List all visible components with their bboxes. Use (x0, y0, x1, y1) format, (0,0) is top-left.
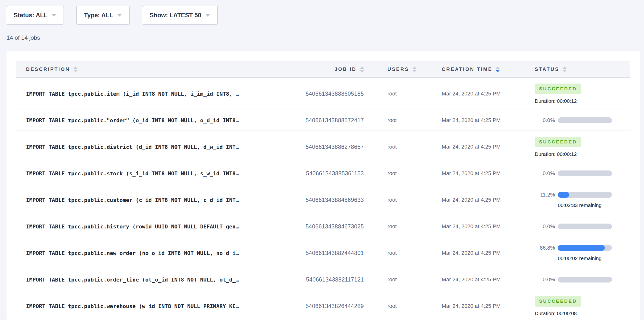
job-id-cell: 540661343826444289 (298, 303, 374, 309)
sort-arrows-icon (360, 67, 364, 72)
job-id-link[interactable]: 540661343885361153 (306, 170, 364, 177)
job-id-cell: 540661343885361153 (298, 170, 374, 177)
job-creation-time: Mar 24, 2020 at 4:25 PM (442, 144, 501, 150)
table-row: IMPORT TABLE tpcc.public.order_line (ol_… (16, 269, 630, 290)
job-creation-time: Mar 24, 2020 at 4:25 PM (442, 117, 501, 123)
job-status-cell: SUCCEEDED Duration: 00:00:08 (518, 296, 630, 316)
job-id-cell: 540661343884869633 (298, 197, 374, 203)
job-id-link[interactable]: 540661343882117121 (306, 276, 364, 283)
job-id-link[interactable]: 540661343888605185 (306, 91, 364, 97)
jobs-page: Status: ALL Type: ALL Show: LATEST 50 14… (0, 0, 644, 320)
job-description-cell: IMPORT TABLE tpcc.public.stock (s_i_id I… (16, 170, 298, 177)
job-user: root (388, 91, 397, 97)
job-user-cell: root (374, 117, 425, 123)
job-status-cell: 0.0% (518, 117, 630, 123)
job-description: IMPORT TABLE tpcc.public."order" (o_id I… (26, 117, 239, 123)
sort-arrows-icon (563, 67, 566, 72)
column-header-users[interactable]: USERS (374, 67, 425, 72)
status-progress: 0.0% (535, 276, 612, 283)
sort-arrows-icon (412, 67, 416, 72)
job-description: IMPORT TABLE tpcc.public.warehouse (w_id… (26, 303, 239, 309)
job-description-cell: IMPORT TABLE tpcc.public.item (i_id INT8… (16, 91, 298, 97)
column-header-job-id[interactable]: JOB ID (298, 67, 374, 72)
column-label: STATUS (535, 67, 559, 72)
job-user-cell: root (374, 223, 425, 230)
job-description: IMPORT TABLE tpcc.public.stock (s_i_id I… (26, 170, 239, 177)
progress-percent: 86.8% (535, 245, 555, 251)
job-description-cell: IMPORT TABLE tpcc.public.order_line (ol_… (16, 277, 298, 283)
job-description-cell: IMPORT TABLE tpcc.public.customer (c_id … (16, 197, 298, 203)
table-row: IMPORT TABLE tpcc.public.item (i_id INT8… (16, 78, 630, 110)
job-creation-time-cell: Mar 24, 2020 at 4:25 PM (425, 117, 518, 123)
job-id-link[interactable]: 540661343884869633 (306, 197, 364, 203)
type-filter-dropdown[interactable]: Type: ALL (76, 6, 130, 25)
job-creation-time: Mar 24, 2020 at 4:25 PM (442, 197, 501, 203)
job-status-cell: SUCCEEDED Duration: 00:00:12 (518, 84, 630, 104)
job-id-cell: 540661343884673025 (298, 223, 374, 230)
status-succeeded: SUCCEEDED Duration: 00:00:08 (535, 296, 581, 316)
job-user-cell: root (374, 303, 425, 309)
job-id-cell: 540661343888572417 (298, 117, 374, 124)
status-progress: 0.0% (535, 223, 612, 230)
progress-bar-fill (558, 245, 605, 251)
job-user: root (388, 117, 397, 123)
job-id-cell: 540661343882117121 (298, 276, 374, 283)
job-creation-time: Mar 24, 2020 at 4:25 PM (442, 250, 501, 256)
status-duration: Duration: 00:00:08 (535, 310, 581, 316)
job-description: IMPORT TABLE tpcc.public.order_line (ol_… (26, 277, 239, 283)
job-id-link[interactable]: 540661343826444289 (306, 303, 364, 309)
sort-arrows-icon (496, 67, 500, 72)
job-id-link[interactable]: 540661343882444801 (306, 250, 364, 256)
job-status-cell: 11.2% 00:02:33 remaining (518, 192, 630, 208)
column-header-status[interactable]: STATUS (518, 67, 630, 72)
status-filter-dropdown[interactable]: Status: ALL (6, 6, 64, 25)
status-badge: SUCCEEDED (535, 137, 581, 147)
job-id-link[interactable]: 540661343886278657 (306, 144, 364, 150)
progress-bar (558, 224, 612, 229)
table-row: IMPORT TABLE tpcc.public."order" (o_id I… (16, 110, 630, 131)
column-label: CREATION TIME (442, 67, 492, 72)
job-user-cell: root (374, 91, 425, 97)
job-user-cell: root (374, 197, 425, 203)
job-creation-time-cell: Mar 24, 2020 at 4:25 PM (425, 250, 518, 256)
status-duration: Duration: 00:00:12 (535, 151, 581, 157)
progress-bar (558, 277, 612, 282)
job-user-cell: root (374, 276, 425, 283)
job-user: root (388, 144, 397, 150)
job-creation-time-cell: Mar 24, 2020 at 4:25 PM (425, 170, 518, 177)
table-header: DESCRIPTION JOB ID USERS CREATION TIME S… (16, 61, 630, 78)
status-duration: Duration: 00:00:12 (535, 98, 581, 104)
job-description-cell: IMPORT TABLE tpcc.public.district (d_id … (16, 144, 298, 150)
job-id-link[interactable]: 540661343888572417 (306, 117, 364, 124)
job-user: root (388, 223, 397, 230)
job-description-cell: IMPORT TABLE tpcc.public.warehouse (w_id… (16, 303, 298, 309)
status-badge: SUCCEEDED (535, 296, 581, 306)
job-user: root (388, 250, 397, 256)
progress-bar (558, 245, 612, 251)
job-description: IMPORT TABLE tpcc.public.history (rowid … (26, 224, 239, 230)
chevron-down-icon (117, 14, 122, 17)
table-row: IMPORT TABLE tpcc.public.warehouse (w_id… (16, 290, 630, 320)
progress-bar (558, 170, 612, 176)
job-id-link[interactable]: 540661343884673025 (306, 223, 364, 230)
status-progress: 0.0% (535, 117, 612, 123)
type-filter-label: Type: ALL (84, 12, 113, 19)
status-badge: SUCCEEDED (535, 84, 581, 94)
job-creation-time: Mar 24, 2020 at 4:25 PM (442, 276, 501, 283)
column-header-creation-time[interactable]: CREATION TIME (425, 67, 518, 72)
show-filter-dropdown[interactable]: Show: LATEST 50 (142, 6, 218, 25)
job-creation-time: Mar 24, 2020 at 4:25 PM (442, 303, 501, 309)
status-filter-label: Status: ALL (14, 12, 48, 19)
job-description: IMPORT TABLE tpcc.public.district (d_id … (26, 144, 239, 150)
progress-bar (558, 117, 612, 123)
filters-toolbar: Status: ALL Type: ALL Show: LATEST 50 (0, 0, 644, 25)
column-label: JOB ID (334, 67, 356, 72)
column-header-description[interactable]: DESCRIPTION (16, 67, 298, 72)
job-id-cell: 540661343882444801 (298, 250, 374, 256)
job-description-cell: IMPORT TABLE tpcc.public.new_order (no_o… (16, 250, 298, 256)
status-succeeded: SUCCEEDED Duration: 00:00:12 (535, 84, 581, 104)
chevron-down-icon (51, 14, 56, 17)
progress-bar-fill (558, 192, 569, 198)
job-creation-time-cell: Mar 24, 2020 at 4:25 PM (425, 197, 518, 203)
table-row: IMPORT TABLE tpcc.public.history (rowid … (16, 216, 630, 237)
